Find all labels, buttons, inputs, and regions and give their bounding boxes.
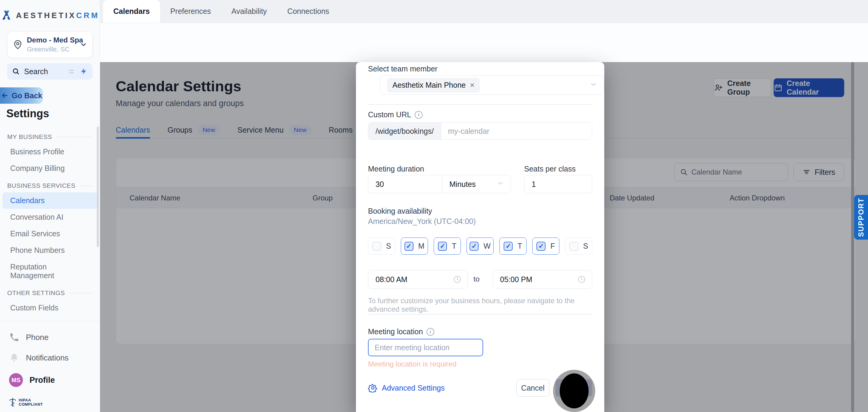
chevron-down-icon <box>80 41 87 49</box>
custom-url-label: Custom URL i <box>368 110 423 119</box>
custom-url-field: /widget/bookings/ <box>368 122 592 140</box>
click-indicator <box>553 370 595 412</box>
section-other-settings: OTHER SETTINGS <box>0 289 100 296</box>
bell-icon <box>9 353 19 363</box>
cursor-dot <box>560 373 589 408</box>
meeting-duration-field: 30 Minutes <box>368 175 511 193</box>
location-error-text: Meeting location is required <box>368 360 457 368</box>
header-white-band <box>100 23 868 62</box>
start-time-input[interactable]: 08:00 AM <box>368 270 468 289</box>
day-checkbox-sunday[interactable]: S <box>368 237 395 255</box>
location-switcher[interactable]: Demo - Med Spa Greenville, SC <box>7 31 93 58</box>
sidebar-item-business-profile[interactable]: Business Profile <box>2 144 97 160</box>
day-checkbox-friday[interactable]: F <box>532 237 559 255</box>
sidebar-item-calendars[interactable]: Calendars <box>2 192 97 209</box>
to-label: to <box>473 275 479 283</box>
timezone-text: America/New_York (UTC-04:00) <box>368 217 476 226</box>
chevron-down-icon <box>497 180 504 189</box>
info-icon: i <box>427 328 434 336</box>
business-hours-note: To further customize your business hours… <box>368 296 604 313</box>
checkbox-checked-icon <box>536 242 546 251</box>
settings-nav: MY BUSINESS Business Profile Company Bil… <box>0 128 100 333</box>
shortcut-hint-icon <box>69 70 74 73</box>
search-icon <box>12 67 20 75</box>
location-city: Greenville, SC <box>27 45 76 53</box>
hipaa-badge: HIPAACOMPLIANT <box>9 397 90 408</box>
url-prefix: /widget/bookings/ <box>368 123 441 139</box>
checkbox-icon <box>569 242 578 251</box>
booking-availability-label: Booking availability <box>368 207 432 216</box>
sidebar-item-custom-fields[interactable]: Custom Fields <box>2 299 97 316</box>
duration-unit-select[interactable]: Minutes <box>442 176 510 193</box>
lightning-bolt-icon <box>80 67 88 76</box>
sidebar-item-phone-numbers[interactable]: Phone Numbers <box>2 242 97 259</box>
topnav-tab-calendars[interactable]: Calendars <box>103 0 160 23</box>
day-checkbox-tuesday[interactable]: T <box>434 237 461 255</box>
hours-row: 08:00 AM to 05:00 PM <box>368 270 592 289</box>
section-my-business: MY BUSINESS <box>0 133 100 140</box>
team-member-label: Select team member <box>368 64 438 73</box>
create-calendar-modal: Select team member Aesthetix Main Phone … <box>356 62 604 412</box>
day-checkbox-monday[interactable]: M <box>401 237 428 255</box>
support-tab[interactable]: SUPPORT <box>854 195 868 240</box>
topnav-tab-availability[interactable]: Availability <box>221 0 277 23</box>
topnav-tab-connections[interactable]: Connections <box>277 0 339 23</box>
checkbox-checked-icon <box>404 242 413 251</box>
location-name: Demo - Med Spa <box>27 36 83 44</box>
topnav-tab-preferences[interactable]: Preferences <box>160 0 221 23</box>
phone-icon <box>9 332 19 342</box>
section-divider <box>368 104 592 105</box>
custom-url-input[interactable] <box>441 123 592 139</box>
remove-chip-icon[interactable]: × <box>470 81 474 89</box>
sidebar-footer: Phone Notifications MS Profile HIPAACOMP… <box>0 321 99 412</box>
avatar: MS <box>9 373 23 387</box>
info-icon: i <box>415 111 423 119</box>
gear-icon <box>368 383 378 393</box>
cancel-button[interactable]: Cancel <box>516 379 550 397</box>
phone-menu-item[interactable]: Phone <box>9 332 90 342</box>
clock-icon <box>453 275 461 284</box>
duration-value-input[interactable]: 30 <box>368 176 442 193</box>
team-member-chip: Aesthetix Main Phone × <box>387 78 480 93</box>
meeting-location-label: Meeting location i <box>368 327 434 336</box>
sidebar-item-company-billing[interactable]: Company Billing <box>2 160 97 177</box>
meeting-location-input[interactable] <box>375 343 476 352</box>
notifications-menu-item[interactable]: Notifications <box>9 353 90 363</box>
sidebar-item-reputation-management[interactable]: Reputation Management <box>2 259 97 284</box>
sidebar-search[interactable]: Search <box>7 63 93 80</box>
sidebar-item-email-services[interactable]: Email Services <box>2 225 97 242</box>
chevron-down-icon <box>590 81 597 90</box>
meeting-duration-label: Meeting duration <box>368 164 424 173</box>
sidebar-search-label: Search <box>24 67 65 76</box>
top-navigation: Calendars Preferences Availability Conne… <box>100 0 868 23</box>
end-time-input[interactable]: 05:00 PM <box>493 270 592 289</box>
section-divider <box>368 314 592 315</box>
sidebar-scrollbar[interactable] <box>97 127 99 247</box>
settings-heading: Settings <box>6 107 49 120</box>
checkbox-checked-icon <box>438 242 447 251</box>
brand-logo-mark-icon <box>0 9 13 22</box>
meeting-location-field[interactable] <box>368 339 483 356</box>
sidebar: AESTHETIXCRM Demo - Med Spa Greenville, … <box>0 0 100 412</box>
advanced-settings-link[interactable]: Advanced Settings <box>368 383 444 393</box>
brand-logo: AESTHETIXCRM <box>0 0 100 30</box>
seats-per-class-input[interactable]: 1 <box>524 175 592 193</box>
section-business-services: BUSINESS SERVICES <box>0 182 100 189</box>
day-checkbox-saturday[interactable]: S <box>565 237 592 255</box>
caduceus-icon <box>9 397 16 408</box>
checkbox-checked-icon <box>470 242 478 251</box>
checkbox-icon <box>372 242 381 251</box>
clock-icon <box>578 275 586 284</box>
profile-menu-item[interactable]: MS Profile <box>9 373 90 387</box>
day-checkbox-wednesday[interactable]: W <box>467 237 494 255</box>
sidebar-item-conversation-ai[interactable]: Conversation AI <box>2 209 97 225</box>
seats-per-class-label: Seats per class <box>524 164 576 173</box>
go-back-button[interactable]: Go Back <box>0 87 43 104</box>
day-checkbox-thursday[interactable]: T <box>499 237 527 255</box>
brand-wordmark: AESTHETIXCRM <box>16 11 99 20</box>
weekday-selector: S M T W T F S <box>368 237 592 255</box>
map-pin-icon <box>12 39 23 50</box>
team-member-select[interactable]: Aesthetix Main Phone × <box>380 75 604 95</box>
arrow-left-icon <box>1 92 9 99</box>
checkbox-checked-icon <box>504 242 513 251</box>
